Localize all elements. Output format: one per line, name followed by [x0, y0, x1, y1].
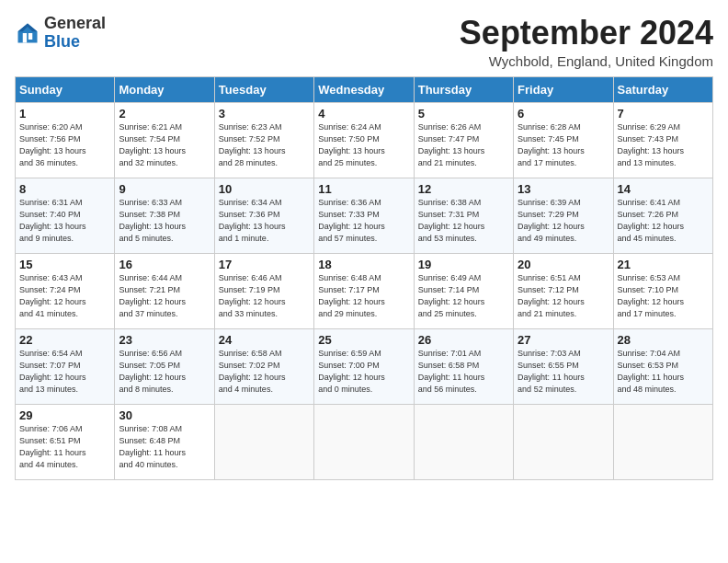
column-header-friday: Friday [514, 76, 613, 102]
day-number: 28 [618, 333, 709, 347]
calendar-week-row: 1Sunrise: 6:20 AM Sunset: 7:56 PM Daylig… [16, 102, 713, 178]
day-number: 19 [418, 258, 509, 271]
calendar-cell: 9Sunrise: 6:33 AM Sunset: 7:38 PM Daylig… [115, 178, 214, 253]
calendar-cell: 29Sunrise: 7:06 AM Sunset: 6:51 PM Dayli… [16, 404, 115, 479]
day-number: 13 [518, 182, 609, 196]
day-number: 21 [618, 258, 709, 271]
calendar-cell: 11Sunrise: 6:36 AM Sunset: 7:33 PM Dayli… [314, 178, 414, 253]
calendar-cell: 21Sunrise: 6:53 AM Sunset: 7:10 PM Dayli… [613, 253, 712, 328]
calendar-cell [214, 404, 313, 479]
day-info: Sunrise: 6:33 AM Sunset: 7:38 PM Dayligh… [119, 197, 210, 245]
day-number: 3 [219, 107, 310, 121]
logo-icon [15, 20, 40, 46]
calendar-cell: 24Sunrise: 6:58 AM Sunset: 7:02 PM Dayli… [214, 328, 313, 404]
column-header-saturday: Saturday [613, 76, 712, 102]
calendar-cell: 17Sunrise: 6:46 AM Sunset: 7:19 PM Dayli… [214, 253, 313, 328]
day-number: 10 [219, 182, 310, 196]
day-number: 5 [418, 107, 509, 121]
title-block: September 2024 Wychbold, England, United… [460, 15, 713, 69]
day-info: Sunrise: 7:03 AM Sunset: 6:55 PM Dayligh… [518, 348, 609, 396]
logo-blue: Blue [44, 32, 80, 51]
day-number: 4 [318, 107, 409, 121]
calendar-cell: 3Sunrise: 6:23 AM Sunset: 7:52 PM Daylig… [214, 102, 313, 178]
column-header-monday: Monday [115, 76, 214, 102]
calendar-cell: 25Sunrise: 6:59 AM Sunset: 7:00 PM Dayli… [314, 328, 414, 404]
day-info: Sunrise: 6:20 AM Sunset: 7:56 PM Dayligh… [19, 121, 110, 169]
logo-general: General [44, 14, 106, 32]
day-info: Sunrise: 6:23 AM Sunset: 7:52 PM Dayligh… [219, 121, 310, 169]
day-info: Sunrise: 6:24 AM Sunset: 7:50 PM Dayligh… [318, 121, 409, 169]
day-number: 9 [119, 182, 210, 196]
day-info: Sunrise: 6:43 AM Sunset: 7:24 PM Dayligh… [19, 272, 110, 320]
column-header-thursday: Thursday [414, 76, 513, 102]
day-info: Sunrise: 6:48 AM Sunset: 7:17 PM Dayligh… [318, 272, 409, 320]
day-info: Sunrise: 6:59 AM Sunset: 7:00 PM Dayligh… [318, 348, 409, 396]
day-info: Sunrise: 6:34 AM Sunset: 7:36 PM Dayligh… [219, 197, 310, 245]
day-number: 18 [318, 258, 409, 271]
calendar-week-row: 8Sunrise: 6:31 AM Sunset: 7:40 PM Daylig… [16, 178, 713, 253]
day-info: Sunrise: 6:36 AM Sunset: 7:33 PM Dayligh… [318, 197, 409, 245]
column-header-wednesday: Wednesday [314, 76, 414, 102]
day-number: 30 [119, 408, 210, 422]
column-header-sunday: Sunday [16, 76, 115, 102]
day-info: Sunrise: 6:58 AM Sunset: 7:02 PM Dayligh… [219, 348, 310, 396]
day-number: 22 [19, 333, 110, 347]
logo: General Blue [15, 15, 106, 52]
calendar-week-row: 15Sunrise: 6:43 AM Sunset: 7:24 PM Dayli… [16, 253, 713, 328]
calendar-cell: 15Sunrise: 6:43 AM Sunset: 7:24 PM Dayli… [16, 253, 115, 328]
calendar-cell [514, 404, 613, 479]
day-info: Sunrise: 6:49 AM Sunset: 7:14 PM Dayligh… [418, 272, 509, 320]
calendar-cell: 30Sunrise: 7:08 AM Sunset: 6:48 PM Dayli… [115, 404, 214, 479]
calendar-cell: 14Sunrise: 6:41 AM Sunset: 7:26 PM Dayli… [613, 178, 712, 253]
calendar-cell: 12Sunrise: 6:38 AM Sunset: 7:31 PM Dayli… [414, 178, 513, 253]
calendar-cell: 19Sunrise: 6:49 AM Sunset: 7:14 PM Dayli… [414, 253, 513, 328]
day-number: 24 [219, 333, 310, 347]
svg-rect-2 [23, 33, 27, 43]
day-info: Sunrise: 7:08 AM Sunset: 6:48 PM Dayligh… [119, 423, 210, 471]
svg-rect-3 [28, 33, 32, 40]
day-info: Sunrise: 6:44 AM Sunset: 7:21 PM Dayligh… [119, 272, 210, 320]
day-number: 26 [418, 333, 509, 347]
calendar-cell: 2Sunrise: 6:21 AM Sunset: 7:54 PM Daylig… [115, 102, 214, 178]
day-info: Sunrise: 6:51 AM Sunset: 7:12 PM Dayligh… [518, 272, 609, 320]
calendar-cell [613, 404, 712, 479]
calendar-cell: 18Sunrise: 6:48 AM Sunset: 7:17 PM Dayli… [314, 253, 414, 328]
day-number: 16 [119, 258, 210, 271]
day-number: 11 [318, 182, 409, 196]
day-info: Sunrise: 6:54 AM Sunset: 7:07 PM Dayligh… [19, 348, 110, 396]
day-info: Sunrise: 6:46 AM Sunset: 7:19 PM Dayligh… [219, 272, 310, 320]
calendar-cell: 28Sunrise: 7:04 AM Sunset: 6:53 PM Dayli… [613, 328, 712, 404]
logo-image: General Blue [15, 15, 106, 52]
day-number: 6 [518, 107, 609, 121]
calendar-cell: 27Sunrise: 7:03 AM Sunset: 6:55 PM Dayli… [514, 328, 613, 404]
day-info: Sunrise: 6:26 AM Sunset: 7:47 PM Dayligh… [418, 121, 509, 169]
calendar-cell: 13Sunrise: 6:39 AM Sunset: 7:29 PM Dayli… [514, 178, 613, 253]
day-number: 1 [19, 107, 110, 121]
day-info: Sunrise: 6:53 AM Sunset: 7:10 PM Dayligh… [618, 272, 709, 320]
day-number: 2 [119, 107, 210, 121]
day-info: Sunrise: 6:56 AM Sunset: 7:05 PM Dayligh… [119, 348, 210, 396]
day-number: 17 [219, 258, 310, 271]
day-number: 25 [318, 333, 409, 347]
calendar-cell: 4Sunrise: 6:24 AM Sunset: 7:50 PM Daylig… [314, 102, 414, 178]
day-info: Sunrise: 6:41 AM Sunset: 7:26 PM Dayligh… [618, 197, 709, 245]
logo-text: General Blue [44, 15, 106, 52]
day-info: Sunrise: 6:28 AM Sunset: 7:45 PM Dayligh… [518, 121, 609, 169]
calendar-week-row: 29Sunrise: 7:06 AM Sunset: 6:51 PM Dayli… [16, 404, 713, 479]
calendar-cell: 5Sunrise: 6:26 AM Sunset: 7:47 PM Daylig… [414, 102, 513, 178]
day-number: 15 [19, 258, 110, 271]
day-number: 20 [518, 258, 609, 271]
calendar-cell: 16Sunrise: 6:44 AM Sunset: 7:21 PM Dayli… [115, 253, 214, 328]
day-info: Sunrise: 7:01 AM Sunset: 6:58 PM Dayligh… [418, 348, 509, 396]
calendar-cell [414, 404, 513, 479]
calendar-cell: 20Sunrise: 6:51 AM Sunset: 7:12 PM Dayli… [514, 253, 613, 328]
column-header-tuesday: Tuesday [214, 76, 313, 102]
calendar-cell: 22Sunrise: 6:54 AM Sunset: 7:07 PM Dayli… [16, 328, 115, 404]
day-info: Sunrise: 6:38 AM Sunset: 7:31 PM Dayligh… [418, 197, 509, 245]
calendar-cell: 10Sunrise: 6:34 AM Sunset: 7:36 PM Dayli… [214, 178, 313, 253]
location-subtitle: Wychbold, England, United Kingdom [460, 53, 713, 69]
calendar-cell: 26Sunrise: 7:01 AM Sunset: 6:58 PM Dayli… [414, 328, 513, 404]
day-info: Sunrise: 6:21 AM Sunset: 7:54 PM Dayligh… [119, 121, 210, 169]
day-number: 29 [19, 408, 110, 422]
page-header: General Blue September 2024 Wychbold, En… [15, 15, 713, 69]
